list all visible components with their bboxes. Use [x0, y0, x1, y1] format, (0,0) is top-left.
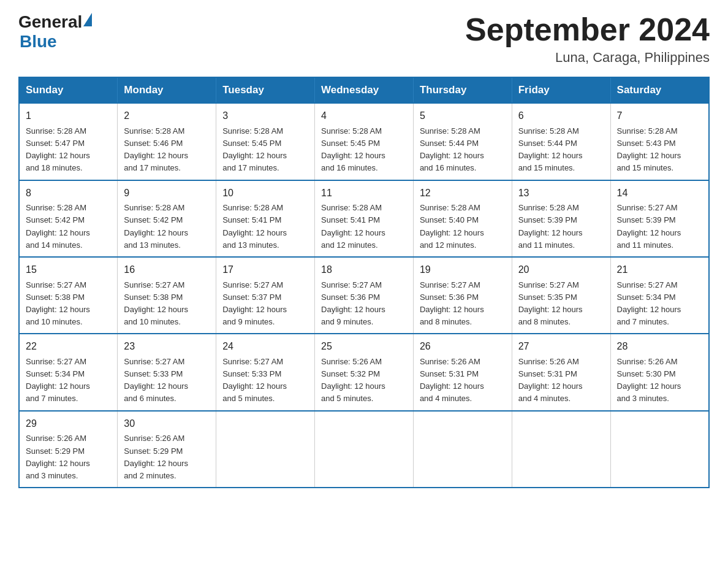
day-number: 1: [26, 109, 111, 124]
weekday-header-tuesday: Tuesday: [216, 77, 315, 103]
logo-general-text: General: [18, 12, 82, 32]
calendar-cell: 20 Sunrise: 5:27 AMSunset: 5:35 PMDaylig…: [512, 257, 610, 334]
day-number: 21: [617, 262, 702, 278]
day-number: 5: [420, 109, 506, 124]
calendar-cell: 3 Sunrise: 5:28 AMSunset: 5:45 PMDayligh…: [216, 103, 315, 180]
day-number: 16: [124, 262, 210, 278]
calendar-week-row: 8 Sunrise: 5:28 AMSunset: 5:42 PMDayligh…: [19, 180, 709, 257]
calendar-week-row: 22 Sunrise: 5:27 AMSunset: 5:34 PMDaylig…: [19, 334, 709, 410]
calendar-cell: 17 Sunrise: 5:27 AMSunset: 5:37 PMDaylig…: [216, 257, 315, 334]
calendar-cell: 5 Sunrise: 5:28 AMSunset: 5:44 PMDayligh…: [413, 103, 512, 180]
day-info: Sunrise: 5:26 AMSunset: 5:30 PMDaylight:…: [617, 356, 702, 405]
calendar-cell: 13 Sunrise: 5:28 AMSunset: 5:39 PMDaylig…: [512, 180, 610, 257]
calendar-cell: 2 Sunrise: 5:28 AMSunset: 5:46 PMDayligh…: [118, 103, 216, 180]
logo: General Blue: [18, 12, 92, 52]
weekday-header-friday: Friday: [512, 77, 610, 103]
day-number: 8: [26, 186, 111, 201]
day-info: Sunrise: 5:27 AMSunset: 5:33 PMDaylight:…: [124, 356, 210, 405]
calendar-cell: [413, 411, 512, 488]
day-info: Sunrise: 5:27 AMSunset: 5:34 PMDaylight:…: [26, 356, 111, 405]
day-number: 29: [26, 416, 111, 432]
day-number: 13: [518, 186, 604, 201]
day-number: 3: [222, 109, 308, 124]
calendar-week-row: 1 Sunrise: 5:28 AMSunset: 5:47 PMDayligh…: [19, 103, 709, 180]
day-number: 20: [518, 262, 604, 278]
day-info: Sunrise: 5:28 AMSunset: 5:42 PMDaylight:…: [124, 202, 210, 251]
day-number: 7: [617, 109, 702, 124]
calendar-title: September 2024: [465, 12, 710, 47]
weekday-header-row: SundayMondayTuesdayWednesdayThursdayFrid…: [19, 77, 709, 103]
day-info: Sunrise: 5:27 AMSunset: 5:38 PMDaylight:…: [26, 279, 111, 329]
logo-triangle-icon: [83, 13, 92, 26]
day-number: 26: [420, 339, 506, 354]
day-info: Sunrise: 5:28 AMSunset: 5:45 PMDaylight:…: [222, 125, 308, 175]
calendar-cell: 30 Sunrise: 5:26 AMSunset: 5:29 PMDaylig…: [118, 411, 216, 488]
day-info: Sunrise: 5:26 AMSunset: 5:31 PMDaylight:…: [420, 356, 506, 405]
calendar-cell: 21 Sunrise: 5:27 AMSunset: 5:34 PMDaylig…: [610, 257, 709, 334]
day-info: Sunrise: 5:27 AMSunset: 5:36 PMDaylight:…: [321, 279, 407, 329]
weekday-header-sunday: Sunday: [19, 77, 118, 103]
calendar-cell: 12 Sunrise: 5:28 AMSunset: 5:40 PMDaylig…: [413, 180, 512, 257]
day-number: 30: [124, 416, 210, 432]
calendar-cell: [512, 411, 610, 488]
day-number: 10: [222, 186, 308, 201]
day-number: 27: [518, 339, 604, 354]
day-number: 25: [321, 339, 407, 354]
weekday-header-monday: Monday: [118, 77, 216, 103]
day-number: 23: [124, 339, 210, 354]
calendar-cell: 8 Sunrise: 5:28 AMSunset: 5:42 PMDayligh…: [19, 180, 118, 257]
day-info: Sunrise: 5:28 AMSunset: 5:44 PMDaylight:…: [420, 125, 506, 175]
day-info: Sunrise: 5:27 AMSunset: 5:38 PMDaylight:…: [124, 279, 210, 329]
day-number: 17: [222, 262, 308, 278]
day-number: 14: [617, 186, 702, 201]
calendar-cell: 6 Sunrise: 5:28 AMSunset: 5:44 PMDayligh…: [512, 103, 610, 180]
calendar-cell: 14 Sunrise: 5:27 AMSunset: 5:39 PMDaylig…: [610, 180, 709, 257]
calendar-cell: 7 Sunrise: 5:28 AMSunset: 5:43 PMDayligh…: [610, 103, 709, 180]
calendar-week-row: 29 Sunrise: 5:26 AMSunset: 5:29 PMDaylig…: [19, 411, 709, 488]
logo-blue-text: Blue: [20, 32, 57, 52]
calendar-cell: 11 Sunrise: 5:28 AMSunset: 5:41 PMDaylig…: [315, 180, 414, 257]
calendar-cell: 16 Sunrise: 5:27 AMSunset: 5:38 PMDaylig…: [118, 257, 216, 334]
day-number: 12: [420, 186, 506, 201]
day-info: Sunrise: 5:28 AMSunset: 5:41 PMDaylight:…: [222, 202, 308, 251]
calendar-cell: 29 Sunrise: 5:26 AMSunset: 5:29 PMDaylig…: [19, 411, 118, 488]
day-number: 15: [26, 262, 111, 278]
day-info: Sunrise: 5:28 AMSunset: 5:41 PMDaylight:…: [321, 202, 407, 251]
calendar-table: SundayMondayTuesdayWednesdayThursdayFrid…: [18, 77, 710, 488]
day-info: Sunrise: 5:28 AMSunset: 5:40 PMDaylight:…: [420, 202, 506, 251]
day-info: Sunrise: 5:27 AMSunset: 5:37 PMDaylight:…: [222, 279, 308, 329]
calendar-cell: 24 Sunrise: 5:27 AMSunset: 5:33 PMDaylig…: [216, 334, 315, 410]
day-number: 9: [124, 186, 210, 201]
day-info: Sunrise: 5:27 AMSunset: 5:33 PMDaylight:…: [222, 356, 308, 405]
weekday-header-wednesday: Wednesday: [315, 77, 414, 103]
day-info: Sunrise: 5:26 AMSunset: 5:31 PMDaylight:…: [518, 356, 604, 405]
day-number: 4: [321, 109, 407, 124]
day-info: Sunrise: 5:26 AMSunset: 5:29 PMDaylight:…: [124, 432, 210, 482]
title-section: September 2024 Luna, Caraga, Philippines: [465, 12, 710, 66]
calendar-cell: 15 Sunrise: 5:27 AMSunset: 5:38 PMDaylig…: [19, 257, 118, 334]
calendar-cell: 28 Sunrise: 5:26 AMSunset: 5:30 PMDaylig…: [610, 334, 709, 410]
day-info: Sunrise: 5:28 AMSunset: 5:42 PMDaylight:…: [26, 202, 111, 251]
calendar-cell: 27 Sunrise: 5:26 AMSunset: 5:31 PMDaylig…: [512, 334, 610, 410]
day-number: 28: [617, 339, 702, 354]
page-header: General Blue September 2024 Luna, Caraga…: [18, 12, 710, 66]
day-number: 22: [26, 339, 111, 354]
calendar-cell: [610, 411, 709, 488]
day-info: Sunrise: 5:28 AMSunset: 5:47 PMDaylight:…: [26, 125, 111, 175]
day-info: Sunrise: 5:27 AMSunset: 5:36 PMDaylight:…: [420, 279, 506, 329]
calendar-cell: 19 Sunrise: 5:27 AMSunset: 5:36 PMDaylig…: [413, 257, 512, 334]
calendar-cell: [216, 411, 315, 488]
day-info: Sunrise: 5:26 AMSunset: 5:32 PMDaylight:…: [321, 356, 407, 405]
calendar-cell: 10 Sunrise: 5:28 AMSunset: 5:41 PMDaylig…: [216, 180, 315, 257]
day-number: 19: [420, 262, 506, 278]
day-info: Sunrise: 5:28 AMSunset: 5:46 PMDaylight:…: [124, 125, 210, 175]
day-info: Sunrise: 5:28 AMSunset: 5:39 PMDaylight:…: [518, 202, 604, 251]
calendar-cell: 25 Sunrise: 5:26 AMSunset: 5:32 PMDaylig…: [315, 334, 414, 410]
day-number: 11: [321, 186, 407, 201]
day-info: Sunrise: 5:27 AMSunset: 5:39 PMDaylight:…: [617, 202, 702, 251]
calendar-cell: 22 Sunrise: 5:27 AMSunset: 5:34 PMDaylig…: [19, 334, 118, 410]
day-number: 18: [321, 262, 407, 278]
calendar-cell: [315, 411, 414, 488]
day-info: Sunrise: 5:28 AMSunset: 5:44 PMDaylight:…: [518, 125, 604, 175]
weekday-header-thursday: Thursday: [413, 77, 512, 103]
